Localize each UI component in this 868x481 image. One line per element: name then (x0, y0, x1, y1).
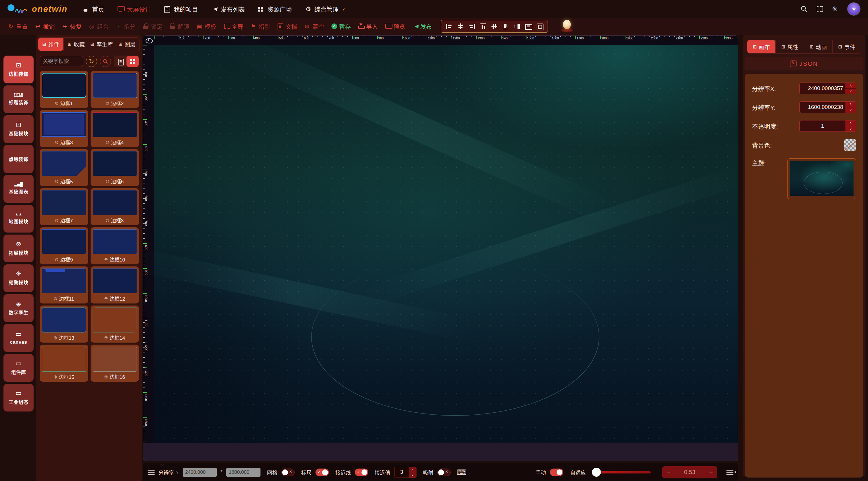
component-card-边框14[interactable]: ◎ 边框14 (91, 305, 139, 342)
component-card-边框8[interactable]: ◎ 边框8 (91, 188, 139, 225)
zoom-slider-knob[interactable] (592, 468, 601, 477)
search-input[interactable] (40, 56, 83, 67)
design-canvas[interactable] (154, 45, 738, 443)
resolution-width-input[interactable] (183, 468, 217, 477)
grid-view-button[interactable] (126, 56, 138, 67)
tool-guide[interactable]: ⚑ 指引 (247, 22, 274, 31)
zoom-slider[interactable] (593, 471, 651, 474)
background-color-swatch[interactable] (844, 139, 856, 151)
ruler-toggle[interactable] (315, 469, 329, 476)
list-view-button[interactable] (114, 56, 126, 67)
tab-favorites[interactable]: ⊞ 收藏 (63, 38, 89, 51)
align-tool-icon-align-top[interactable] (479, 23, 487, 30)
tab-layers[interactable]: ⊞ 图层 (114, 38, 140, 51)
search-icon[interactable] (800, 5, 808, 13)
tab-animation[interactable]: ⊞ 动画 (804, 40, 832, 53)
align-tool-icon-align-left[interactable] (446, 23, 453, 30)
tab-properties[interactable]: ⊞ 属性 (775, 40, 804, 53)
tool-redo[interactable]: ↪ 恢复 (59, 22, 85, 31)
component-card-边框9[interactable]: ◎ 边框9 (40, 227, 88, 264)
tool-undo[interactable]: ↩ 撤销 (32, 22, 59, 31)
resolution-height-input[interactable] (226, 468, 260, 477)
rail-item-extend-module[interactable]: ⊗ 拓展模块 (3, 235, 34, 262)
align-tool-icon-align-bottom[interactable] (502, 23, 509, 30)
nav-item-screen-design[interactable]: 大屏设计 (118, 5, 151, 13)
chevron-down-icon[interactable]: ∨ (176, 470, 179, 474)
nav-item-management[interactable]: ⚙ 综合管理 ∨ (305, 5, 345, 13)
step-down-icon[interactable]: ∨ (409, 472, 416, 478)
component-card-边框10[interactable]: ◎ 边框10 (91, 227, 139, 264)
json-editor-button[interactable]: JSON (745, 57, 863, 70)
rail-item-map-module[interactable]: ▲▲ 地图模块 (3, 205, 34, 233)
step-up-icon[interactable]: ∧ (409, 467, 416, 473)
keyboard-icon[interactable]: ⌨ (457, 468, 467, 476)
align-tool-icon-align-center-vertical[interactable] (491, 23, 498, 30)
component-card-边框7[interactable]: ◎ 边框7 (40, 188, 88, 225)
refresh-icon[interactable]: ↻ (86, 56, 97, 67)
rail-item-accent-decor[interactable]: 点缀装饰 (3, 145, 34, 173)
component-card-边框16[interactable]: ◎ 边框16 (91, 344, 139, 382)
tool-preview[interactable]: 预览 (381, 22, 409, 31)
tool-split[interactable]: ◔ 拆分 (112, 22, 139, 31)
search-button[interactable] (100, 56, 111, 67)
resolution-y-input[interactable] (800, 102, 845, 113)
step-up-icon[interactable]: ∧ (845, 83, 856, 89)
nav-item-resource-market[interactable]: 资源广场 (258, 5, 292, 13)
rail-item-basic-module[interactable]: ⊡ 基础模块 (3, 115, 34, 143)
tool-unlock[interactable]: 解锁 (166, 22, 193, 31)
theme-thumbnail[interactable] (787, 158, 856, 199)
tool-lock[interactable]: 锁定 (139, 22, 166, 31)
tool-reset[interactable]: ↻ 重置 (5, 22, 32, 31)
snapline-toggle[interactable] (355, 469, 368, 476)
component-card-边框12[interactable]: ◎ 边框12 (91, 266, 139, 303)
tool-clear[interactable]: ⊗ 清空 (301, 22, 328, 31)
adsorb-toggle[interactable] (437, 469, 451, 476)
align-tool-icon-distribute-vertical[interactable] (514, 23, 520, 30)
avatar[interactable]: ★ (847, 2, 861, 16)
step-down-icon[interactable]: ∨ (845, 89, 856, 94)
ruler-corner[interactable] (143, 36, 154, 45)
step-up-icon[interactable]: ∧ (845, 120, 856, 126)
resolution-x-input[interactable] (800, 83, 845, 94)
menu-icon[interactable] (148, 470, 155, 475)
manual-toggle[interactable] (550, 469, 563, 476)
tool-import[interactable]: 导入 (354, 22, 381, 31)
tab-components[interactable]: ⊞ 组件 (38, 38, 63, 51)
tab-twin-lib[interactable]: ⊞ 孪生库 (89, 38, 114, 51)
rail-item-digital-twin[interactable]: ◈ 数字孪生 (3, 294, 34, 322)
snap-value[interactable]: 3 (395, 467, 409, 478)
component-card-边框1[interactable]: ◎ 边框1 (40, 71, 88, 108)
rail-item-title-decor[interactable]: TITLE 标题装饰 (3, 85, 34, 113)
component-card-边框2[interactable]: ◎ 边框2 (91, 71, 139, 108)
step-down-icon[interactable]: ∨ (845, 126, 856, 132)
align-tool-icon-align-right[interactable] (468, 23, 475, 30)
fullscreen-icon[interactable] (816, 6, 822, 12)
component-card-边框3[interactable]: ◎ 边框3 (40, 110, 88, 147)
rail-item-alarm-module[interactable]: ☀ 预警模块 (3, 264, 34, 292)
rail-item-canvas[interactable]: ▭ canvas (3, 324, 34, 352)
step-down-icon[interactable]: ∨ (845, 108, 856, 113)
component-card-边框5[interactable]: ◎ 边框5 (40, 149, 88, 186)
component-card-边框15[interactable]: ◎ 边框15 (40, 344, 88, 382)
rail-item-component-lib[interactable]: ▭ 组件库 (3, 354, 34, 382)
sparkle-icon[interactable]: ✳ (830, 5, 839, 13)
tool-template[interactable]: ▣ 模板 (193, 22, 220, 31)
collapse-panel-icon[interactable] (726, 470, 734, 475)
align-tool-icon-distribute-horizontal[interactable] (525, 23, 532, 30)
tool-group[interactable]: ◎ 组合 (85, 22, 112, 31)
component-card-边框6[interactable]: ◎ 边框6 (91, 149, 139, 186)
align-tool-icon-align-center-horizontal[interactable] (457, 23, 464, 30)
rail-item-industrial-config[interactable]: ▭ 工业组态 (3, 384, 34, 412)
grid-toggle[interactable] (281, 469, 294, 476)
rail-item-basic-chart[interactable]: ▂▅█ 基础图表 (3, 175, 34, 203)
component-card-边框13[interactable]: ◎ 边框13 (40, 305, 88, 342)
step-up-icon[interactable]: ∧ (845, 102, 856, 108)
tool-publish[interactable]: 发布 (409, 22, 436, 31)
opacity-input[interactable] (800, 120, 845, 131)
tab-events[interactable]: ⊞ 事件 (832, 40, 861, 53)
tab-canvas[interactable]: ⊞ 画布 (747, 40, 775, 53)
nav-item-my-projects[interactable]: 我的项目 (164, 5, 198, 13)
align-tool-icon-fit-selection[interactable] (536, 23, 543, 30)
tool-fullscreen[interactable]: 全屏 (220, 22, 247, 31)
nav-item-home[interactable]: 首页 (83, 5, 104, 13)
